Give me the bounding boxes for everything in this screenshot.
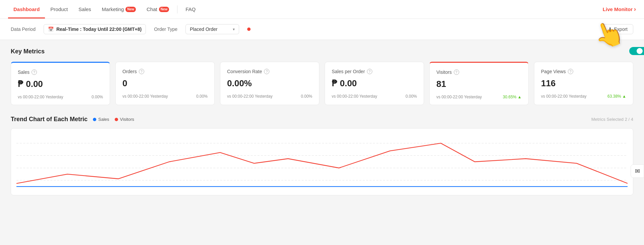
metric-card-page-views: Page Views ? 116 vs 00:00-22:00 Yesterda… [534, 62, 633, 105]
legend-dot-visitors [115, 118, 118, 121]
metric-compare-orders: vs 00:00-22:00 Yesterday 0.00% [122, 94, 208, 99]
trend-chart-title: Trend Chart of Each Metric [11, 116, 88, 123]
compare-text-sales-per-order: vs 00:00-22:00 Yesterday [332, 94, 377, 99]
export-label: Export [614, 27, 628, 32]
nav-item-marketing[interactable]: Marketing New [97, 0, 141, 18]
metric-header-orders: Orders ? [122, 69, 208, 74]
legend-label-sales: Sales [98, 117, 109, 122]
visitors-up-arrow-icon: ▲ [518, 95, 522, 99]
marketing-badge: New [125, 7, 136, 12]
metric-label-sales: Sales [18, 69, 30, 75]
legend-dot-sales [93, 118, 96, 121]
trend-chart-svg [16, 134, 628, 190]
trend-chart-area [11, 128, 633, 195]
metric-value-sales: ₱ 0.00 [18, 79, 103, 89]
visitors-help-icon[interactable]: ? [454, 69, 459, 75]
metric-card-conversion-rate: Conversion Rate ? 0.00% vs 00:00-22:00 Y… [220, 62, 319, 105]
metrics-selected-label: Metrics Selected 2 / 4 [591, 117, 633, 122]
legend-visitors: Visitors [115, 117, 134, 122]
metric-compare-conversion-rate: vs 00:00-22:00 Yesterday 0.00% [227, 94, 312, 99]
compare-pct-sales: 0.00% [92, 95, 103, 99]
orders-help-icon[interactable]: ? [139, 69, 144, 74]
legend-sales: Sales [93, 117, 109, 122]
conversion-rate-help-icon[interactable]: ? [264, 69, 269, 74]
sales-help-icon[interactable]: ? [32, 69, 37, 75]
metric-value-conversion-rate: 0.00% [227, 78, 312, 89]
page-views-help-icon[interactable]: ? [568, 69, 573, 74]
page-views-up-arrow-icon: ▲ [622, 94, 626, 99]
compare-text-visitors: vs 00:00-22:00 Yesterday [436, 95, 482, 99]
compare-pct-visitors: 30.65% ▲ [503, 95, 522, 99]
export-button[interactable]: ⬇ Export [602, 24, 633, 34]
toggle-dot [637, 48, 643, 54]
metrics-grid: Sales ? ₱ 0.00 vs 00:00-22:00 Yesterday … [11, 62, 633, 105]
metric-header-sales-per-order: Sales per Order ? [332, 69, 417, 74]
calendar-icon: 📅 [48, 27, 54, 32]
order-type-label: Order Type [154, 27, 177, 32]
live-indicator-dot [247, 28, 251, 31]
main-content: Key Metrics Sales ? ₱ 0.00 vs 00:00-22:0… [0, 40, 644, 203]
side-mail-icon[interactable]: ✉ [631, 164, 644, 178]
data-period-label: Data Period [11, 27, 36, 32]
compare-pct-conversion-rate: 0.00% [301, 94, 312, 99]
toggle-switch[interactable] [629, 47, 644, 55]
compare-text-sales: vs 00:00-22:00 Yesterday [18, 95, 63, 99]
compare-pct-orders: 0.00% [196, 94, 208, 99]
nav-item-dashboard[interactable]: Dashboard [8, 0, 45, 18]
key-metrics-title: Key Metrics [11, 48, 633, 55]
compare-pct-page-views: 63.38% ▲ [607, 94, 626, 99]
metric-label-orders: Orders [122, 69, 137, 74]
metric-label-page-views: Page Views [541, 69, 566, 74]
filter-bar: Data Period 📅 Real-Time : Today Until 22… [0, 19, 644, 40]
period-value: Real-Time : Today Until 22:00 (GMT+8) [56, 27, 142, 32]
metric-value-visitors: 81 [436, 79, 522, 89]
nav-item-faq[interactable]: FAQ [180, 0, 201, 18]
live-monitor-arrow-icon: › [634, 6, 636, 13]
metric-compare-sales-per-order: vs 00:00-22:00 Yesterday 0.00% [332, 94, 417, 99]
legend-label-visitors: Visitors [120, 117, 134, 122]
metric-card-sales: Sales ? ₱ 0.00 vs 00:00-22:00 Yesterday … [11, 62, 110, 105]
nav-item-chat[interactable]: Chat New [141, 0, 174, 18]
metric-header-conversion-rate: Conversion Rate ? [227, 69, 312, 74]
compare-pct-sales-per-order: 0.00% [406, 94, 417, 99]
metric-compare-visitors: vs 00:00-22:00 Yesterday 30.65% ▲ [436, 95, 522, 99]
metric-card-sales-per-order: Sales per Order ? ₱ 0.00 vs 00:00-22:00 … [325, 62, 424, 105]
nav-bar: Dashboard Product Sales Marketing New Ch… [0, 0, 644, 19]
metric-header-sales: Sales ? [18, 69, 103, 75]
compare-text-conversion-rate: vs 00:00-22:00 Yesterday [227, 94, 272, 99]
nav-item-product[interactable]: Product [45, 0, 73, 18]
metric-card-visitors: Visitors ? 81 vs 00:00-22:00 Yesterday 3… [429, 62, 529, 105]
metric-label-conversion-rate: Conversion Rate [227, 69, 262, 74]
trend-chart-header: Trend Chart of Each Metric Sales Visitor… [11, 116, 633, 123]
period-picker[interactable]: 📅 Real-Time : Today Until 22:00 (GMT+8) [44, 24, 146, 34]
metric-value-orders: 0 [122, 78, 208, 89]
metric-compare-page-views: vs 00:00-22:00 Yesterday 63.38% ▲ [541, 94, 626, 99]
metric-compare-sales: vs 00:00-22:00 Yesterday 0.00% [18, 95, 103, 99]
metric-header-visitors: Visitors ? [436, 69, 522, 75]
sales-per-order-help-icon[interactable]: ? [367, 69, 372, 74]
nav-item-sales[interactable]: Sales [73, 0, 97, 18]
chat-badge: New [159, 7, 169, 12]
live-monitor-button[interactable]: Live Monitor › [603, 6, 636, 13]
metric-card-orders: Orders ? 0 vs 00:00-22:00 Yesterday 0.00… [115, 62, 215, 105]
export-icon: ⬇ [608, 27, 612, 32]
metric-value-page-views: 116 [541, 78, 626, 89]
compare-text-orders: vs 00:00-22:00 Yesterday [122, 94, 168, 99]
order-type-select[interactable]: Placed Order [185, 24, 239, 34]
metric-label-sales-per-order: Sales per Order [332, 69, 365, 74]
metric-value-sales-per-order: ₱ 0.00 [332, 78, 417, 89]
nav-divider [177, 5, 177, 13]
metric-label-visitors: Visitors [436, 69, 452, 75]
compare-text-page-views: vs 00:00-22:00 Yesterday [541, 94, 586, 99]
metric-header-page-views: Page Views ? [541, 69, 626, 74]
order-type-value: Placed Order [190, 27, 217, 32]
